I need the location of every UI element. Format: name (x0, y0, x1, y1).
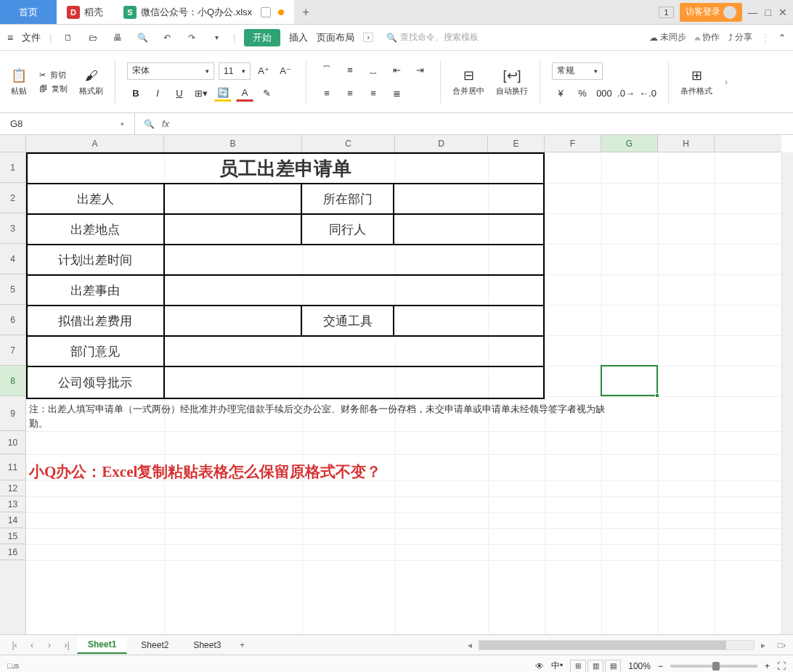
cell-approval-value[interactable] (165, 367, 543, 398)
minimize-button[interactable]: — (748, 7, 758, 18)
conditional-format-button[interactable]: ⊞ 条件格式 (680, 67, 712, 97)
cell-cost-value[interactable] (165, 306, 302, 335)
js-indicator[interactable]: □ᴊs (7, 661, 19, 671)
cell-person-value[interactable] (165, 184, 302, 213)
namebox-search-icon[interactable]: 🔍 (144, 119, 155, 129)
fill-color-button[interactable]: 🔄 (214, 86, 232, 102)
font-color-button[interactable]: A (236, 86, 253, 102)
guest-login-button[interactable]: 访客登录 (680, 3, 742, 22)
zhong-icon[interactable]: 中• (551, 660, 563, 672)
close-button[interactable]: ✕ (778, 7, 787, 18)
number-format-select[interactable]: 常规▾ (552, 62, 603, 80)
bold-button[interactable]: B (127, 86, 145, 102)
burger-icon[interactable]: ≡ (7, 32, 13, 44)
col-header-C[interactable]: C (302, 135, 395, 152)
redo-button[interactable]: ↷ (184, 30, 200, 46)
sheet-tab-3[interactable]: Sheet3 (182, 636, 232, 654)
collab-button[interactable]: ஃ 协作 (695, 31, 720, 44)
paste-button[interactable]: 📋 粘贴 (10, 67, 28, 97)
menu-layout[interactable]: 页面布局 (317, 31, 354, 44)
underline-button[interactable]: U (171, 86, 188, 102)
cell-companion-value[interactable] (394, 215, 543, 244)
sheet-tab-2[interactable]: Sheet2 (130, 636, 179, 654)
cell-dept-value[interactable] (394, 184, 543, 213)
comma-button[interactable]: 000 (595, 86, 613, 102)
view-break-button[interactable]: ▤ (605, 660, 621, 673)
sync-status[interactable]: ☁ 未同步 (649, 31, 686, 44)
select-all-corner[interactable] (0, 135, 26, 152)
borders-button[interactable]: ⊞▾ (192, 86, 210, 102)
align-top-button[interactable]: ⎴ (318, 62, 336, 78)
align-center-button[interactable]: ≡ (341, 86, 359, 102)
window-count-badge[interactable]: 1 (659, 7, 673, 18)
row-header-8[interactable]: 8 (0, 366, 25, 396)
decrease-font-button[interactable]: A⁻ (277, 63, 294, 79)
tab-nav-first[interactable]: |‹ (7, 640, 22, 650)
hscroll-right[interactable]: ▸ (756, 640, 770, 650)
collapse-ribbon-button[interactable]: ⌃ (778, 33, 786, 43)
ribbon-scroll-right[interactable]: › (721, 77, 731, 87)
wrap-text-button[interactable]: [↩] 自动换行 (496, 67, 528, 97)
row-header-7[interactable]: 7 (0, 335, 25, 366)
hscroll-left[interactable]: ◂ (463, 640, 477, 650)
increase-decimal-button[interactable]: .0→ (617, 86, 635, 102)
row-header-12[interactable]: 12 (0, 480, 25, 496)
currency-button[interactable]: ¥ (552, 86, 569, 102)
eye-icon[interactable]: 👁 (535, 661, 544, 671)
row-header-15[interactable]: 15 (0, 528, 25, 544)
decrease-decimal-button[interactable]: ←.0 (639, 86, 656, 102)
view-layout-button[interactable]: ▥ (587, 660, 603, 673)
zoom-slider[interactable] (670, 665, 757, 668)
tab-nav-last[interactable]: ›| (60, 640, 74, 650)
fullscreen-button[interactable]: ⛶ (777, 661, 786, 671)
row-header-1[interactable]: 1 (0, 152, 25, 183)
zoom-level[interactable]: 100% (628, 661, 651, 671)
add-sheet-button[interactable]: + (235, 640, 249, 650)
name-box[interactable]: G8 ▾ (0, 113, 135, 134)
format-painter-button[interactable]: 🖌 格式刷 (79, 67, 103, 97)
cut-button[interactable]: ✂剪切 (39, 70, 66, 81)
row-header-2[interactable]: 2 (0, 183, 25, 213)
tab-home[interactable]: 首页 (0, 0, 57, 24)
preview-button[interactable]: 🔍 (134, 30, 150, 46)
highlight-button[interactable]: ✎ (258, 86, 275, 102)
row-header-16[interactable]: 16 (0, 544, 25, 560)
row-header-6[interactable]: 6 (0, 305, 25, 335)
view-normal-button[interactable]: ⊞ (570, 660, 586, 673)
align-bottom-button[interactable]: ⎵ (365, 62, 382, 78)
tab-docer[interactable]: D 稻壳 (57, 0, 113, 24)
row-header-4[interactable]: 4 (0, 244, 25, 274)
row-header-13[interactable]: 13 (0, 496, 25, 512)
search-input[interactable]: 🔍 查找命令、搜索模板 (386, 31, 479, 44)
col-header-B[interactable]: B (164, 135, 302, 152)
align-left-button[interactable]: ≡ (318, 86, 336, 102)
row-header-9[interactable]: 9 (0, 396, 25, 431)
vertical-scrollbar[interactable] (781, 152, 793, 634)
open-button[interactable]: 🗁 (85, 30, 101, 46)
share-button[interactable]: ⤴ 分享 (728, 31, 752, 44)
row-header-11[interactable]: 11 (0, 454, 25, 480)
align-middle-button[interactable]: ≡ (341, 62, 359, 78)
menu-insert[interactable]: 插入 (289, 31, 308, 44)
menu-file[interactable]: 文件 (22, 31, 41, 44)
align-right-button[interactable]: ≡ (365, 86, 382, 102)
horizontal-scrollbar[interactable] (479, 640, 755, 650)
cell-reason-value[interactable] (165, 276, 543, 305)
percent-button[interactable]: % (574, 86, 591, 102)
col-header-G[interactable]: G (601, 135, 658, 152)
row-header-5[interactable]: 5 (0, 274, 25, 305)
col-header-A[interactable]: A (26, 135, 164, 152)
align-justify-button[interactable]: ≣ (388, 86, 405, 102)
maximize-button[interactable]: □ (765, 7, 771, 18)
row-header-10[interactable]: 10 (0, 431, 25, 454)
side-panel-toggle[interactable]: □› (778, 640, 786, 650)
font-size-select[interactable]: 11▾ (219, 62, 251, 80)
cell-transport-value[interactable] (394, 306, 543, 335)
tab-document[interactable]: S 微信公众号：小Q办公.xlsx (113, 0, 294, 24)
col-header-E[interactable]: E (488, 135, 545, 152)
menu-start[interactable]: 开始 (244, 29, 280, 46)
col-header-H[interactable]: H (658, 135, 715, 152)
dropdown-arrow[interactable]: ▾ (208, 30, 224, 46)
merge-center-button[interactable]: ⊟ 合并居中 (452, 67, 484, 97)
undo-button[interactable]: ↶ (159, 30, 175, 46)
